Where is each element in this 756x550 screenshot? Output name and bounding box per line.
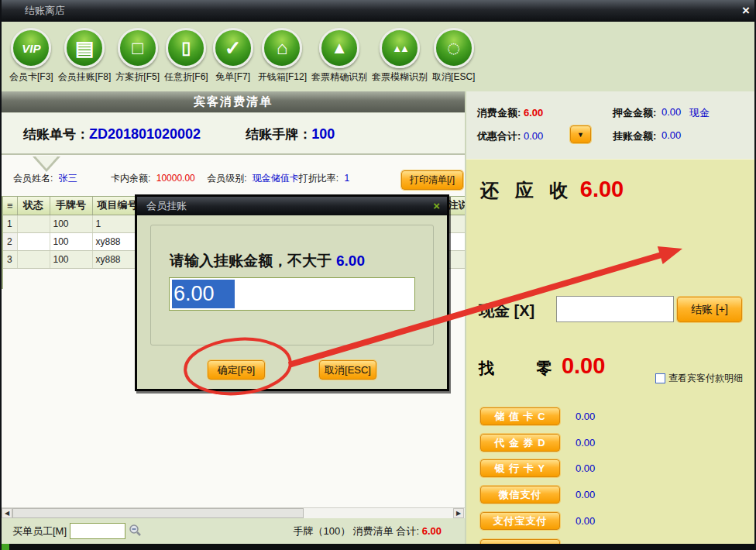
clerk-label: 买单员工[M] <box>12 524 67 538</box>
bank-card-amount: 0.00 <box>576 462 595 474</box>
payment-row: 支付宝支付 0.00 <box>466 512 756 531</box>
any-discount-icon: ▯ <box>166 28 206 68</box>
toolbar-member-card[interactable]: VIP 会员卡[F3] <box>9 28 53 84</box>
col-tag-no[interactable]: 手牌号 <box>50 197 92 215</box>
scroll-right-icon[interactable]: ▶ <box>453 508 464 518</box>
cancel-button[interactable]: 取消[ESC] <box>319 360 376 380</box>
stored-card-amount: 0.00 <box>576 411 595 422</box>
amount-due-value: 6.00 <box>580 177 624 201</box>
payment-panel: 消费金额: 6.00 押金金额: 0.00 现金 优惠合计: 0.00 挂账金额… <box>465 91 756 544</box>
toolbar-label: 套票精确识别 <box>311 70 367 84</box>
payment-row: 代 金 券 D 0.00 <box>466 434 756 452</box>
amount-due-label: 还 应 收 <box>480 180 573 201</box>
cell-tag[interactable]: 100 <box>50 215 92 232</box>
alipay-button[interactable]: 支付宝支付 <box>480 512 560 530</box>
col-status[interactable]: 状态 <box>17 197 50 215</box>
dialog-title: 会员挂账 <box>146 199 187 213</box>
member-level-value: 现金储值卡 <box>253 173 299 184</box>
credit-value: 0.00 <box>662 129 681 141</box>
ticket-fuzzy-icon: ▲▲ <box>380 28 420 68</box>
payment-detail-label: 查看宾客付款明细 <box>668 372 743 385</box>
stored-card-button[interactable]: 储 值 卡 C <box>480 407 560 425</box>
bubble-tail-inner <box>35 156 58 169</box>
toolbar-label: 方案折[F5] <box>115 70 160 84</box>
bill-no-label: 结账单号： <box>23 127 89 142</box>
cash-pay-label: 现金 [X] <box>479 301 534 321</box>
cash-link[interactable]: 现金 <box>689 106 710 120</box>
member-credit-dialog: 会员挂账 × 请输入挂账金额，不大于6.00 6.00 确定[F9] 取消[ES… <box>135 194 449 391</box>
toolbar-label: 套票模糊识别 <box>372 70 428 84</box>
cell-tag[interactable]: 100 <box>50 232 92 250</box>
change-label-1: 找 <box>479 359 494 376</box>
selected-input-text: 6.00 <box>172 280 235 308</box>
consume-row: 消费金额: 6.00 押金金额: 0.00 <box>477 106 543 120</box>
bill-no-value: ZD201801020002 <box>89 126 201 142</box>
scroll-left-icon[interactable]: ◀ <box>2 508 12 518</box>
toolbar-label: 任意折[F6] <box>164 70 208 84</box>
discount-label: 优惠合计: <box>477 130 521 142</box>
list-total-summary: 手牌（100） 消费清单 合计: 6.00 <box>294 524 442 538</box>
cancel-icon: ◌ <box>434 28 474 68</box>
voucher-button[interactable]: 代 金 券 D <box>480 434 560 452</box>
payment-detail-row: 查看宾客付款明细 <box>655 372 743 385</box>
member-name-label: 会员姓名: <box>13 173 53 184</box>
member-credit-icon: ▤ <box>64 28 105 68</box>
window-title: 结账离店 <box>25 4 65 18</box>
deposit-label: 押金金额: <box>613 106 656 120</box>
toolbar-cancel[interactable]: ◌ 取消[ESC] <box>432 28 475 84</box>
print-list-button[interactable]: 打印清单[/] <box>401 170 463 190</box>
window-close-icon[interactable]: × <box>742 3 750 19</box>
toolbar-label: 免单[F7] <box>215 70 250 84</box>
payment-row: 微信支付 0.00 <box>466 486 756 504</box>
consume-label: 消费金额: <box>477 107 521 119</box>
dialog-close-icon[interactable]: × <box>433 199 440 212</box>
toolbar-ticket-fuzzy[interactable]: ▲▲ 套票模糊识别 <box>372 28 428 84</box>
cell-status[interactable] <box>17 232 50 250</box>
cell-status[interactable] <box>17 215 50 232</box>
toolbar-label: 开钱箱[F12] <box>258 70 307 84</box>
vip-card-icon: VIP <box>11 28 51 68</box>
credit-label: 挂账金额: <box>613 129 656 143</box>
wechat-pay-button[interactable]: 微信支付 <box>480 486 560 504</box>
voucher-amount: 0.00 <box>576 437 595 449</box>
row-number: 3 <box>3 250 17 268</box>
payment-detail-checkbox[interactable] <box>655 373 665 383</box>
credit-amount-input[interactable]: 6.00 <box>169 277 415 311</box>
clerk-input[interactable] <box>70 523 125 539</box>
bank-card-button[interactable]: 银 行 卡 Y <box>480 459 560 477</box>
prompt-text: 请输入挂账金额，不大于 <box>170 253 332 269</box>
bill-row: 结账单号：ZD201801020002结账手牌：100 <box>23 125 335 143</box>
scrollbar-thumb[interactable] <box>12 508 304 518</box>
discount-dropdown-button[interactable]: ▼ <box>570 125 591 143</box>
summary-prefix: 手牌（100） 消费清单 合计: <box>294 525 420 537</box>
toolbar-plan-discount[interactable]: □ 方案折[F5] <box>115 28 160 84</box>
toolbar-member-credit[interactable]: ▤ 会员挂账[F8] <box>58 28 112 84</box>
change-row: 找 零 0.00 <box>479 353 605 379</box>
checkout-button[interactable]: 结账 [+] <box>677 297 742 322</box>
cash-drawer-icon: ⌂ <box>262 28 302 68</box>
amount-due-row: 还 应 收 6.00 <box>480 177 624 203</box>
toolbar-ticket-exact[interactable]: ▲ 套票精确识别 <box>311 28 367 84</box>
change-label-2: 零 <box>536 359 552 376</box>
resize-grip <box>2 544 9 550</box>
cash-amount-input[interactable] <box>556 296 674 322</box>
magnifier-icon[interactable] <box>129 524 142 539</box>
row-number: 2 <box>3 232 17 250</box>
toolbar-any-discount[interactable]: ▯ 任意折[F6] <box>164 28 208 84</box>
horizontal-scrollbar[interactable]: ◀ ▶ <box>2 507 465 518</box>
member-balance-label: 卡内余额: <box>111 173 150 184</box>
toolbar-cash-drawer[interactable]: ⌂ 开钱箱[F12] <box>258 28 307 84</box>
consume-value: 6.00 <box>524 107 543 119</box>
cell-status[interactable] <box>17 250 50 268</box>
toolbar-label: 会员卡[F3] <box>9 70 53 84</box>
toolbar-free-bill[interactable]: ✓ 免单[F7] <box>213 28 253 84</box>
plan-discount-icon: □ <box>118 28 158 68</box>
ok-button[interactable]: 确定[F9] <box>208 360 265 380</box>
dialog-title-bar: 会员挂账 × <box>137 197 447 215</box>
prompt-max-amount: 6.00 <box>336 253 365 269</box>
bill-info-panel: 结账单号：ZD201801020002结账手牌：100 <box>2 113 465 155</box>
discount-row: 优惠合计: 0.00 挂账金额: 0.00 <box>477 129 543 143</box>
toolbar-label: 会员挂账[F8] <box>58 70 112 84</box>
discount-ratio-value: 1 <box>345 173 350 184</box>
cell-tag[interactable]: 100 <box>50 250 92 268</box>
